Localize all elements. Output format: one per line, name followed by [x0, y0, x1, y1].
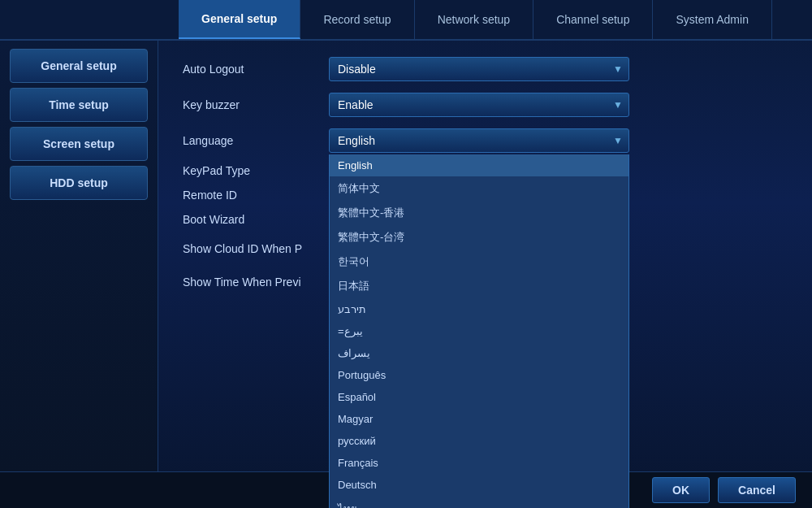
language-option[interactable]: 日本語 — [330, 274, 628, 298]
language-option[interactable]: Français — [330, 452, 628, 474]
key-buzzer-control: Enable ▼ — [329, 93, 629, 117]
auto-logout-row: Auto Logout Disable ▼ — [183, 57, 788, 81]
language-option[interactable]: русский — [330, 430, 628, 452]
language-option[interactable]: 한국어 — [330, 250, 628, 274]
tab-general[interactable]: General setup — [179, 0, 300, 39]
show-cloud-label: Show Cloud ID When P — [183, 242, 345, 255]
language-option[interactable]: תירבע — [330, 298, 628, 320]
boot-wizard-label: Boot Wizard — [183, 213, 329, 226]
language-option[interactable]: 繁體中文-香港 — [330, 201, 628, 225]
language-control: English ▼ English简体中文繁體中文-香港繁體中文-台湾한국어日本… — [329, 128, 629, 153]
language-label: Language — [183, 134, 329, 147]
cancel-button[interactable]: Cancel — [718, 477, 796, 503]
sidebar-item-time[interactable]: Time setup — [10, 88, 148, 122]
language-option[interactable]: Português — [330, 364, 628, 386]
tab-record[interactable]: Record setup — [300, 0, 414, 39]
key-buzzer-select[interactable]: Enable — [329, 93, 629, 117]
top-nav: General setup Record setup Network setup… — [0, 0, 812, 41]
content-area: Auto Logout Disable ▼ Key buzzer Enable … — [158, 41, 812, 471]
language-option[interactable]: 繁體中文-台湾 — [330, 225, 628, 250]
language-option[interactable]: English — [330, 154, 628, 176]
sidebar: General setup Time setup Screen setup HD… — [0, 41, 158, 471]
language-option[interactable]: يسراف — [330, 342, 628, 364]
sidebar-item-general[interactable]: General setup — [10, 49, 148, 83]
auto-logout-control: Disable ▼ — [329, 57, 629, 81]
show-time-label: Show Time When Previ — [183, 276, 345, 289]
key-buzzer-row: Key buzzer Enable ▼ — [183, 93, 788, 117]
language-option[interactable]: Español — [330, 386, 628, 408]
tab-network[interactable]: Network setup — [415, 0, 533, 39]
key-buzzer-label: Key buzzer — [183, 98, 329, 111]
language-option[interactable]: Deutsch — [330, 474, 628, 496]
keypad-type-label: KeyPad Type — [183, 164, 329, 177]
sidebar-item-hdd[interactable]: HDD setup — [10, 166, 148, 200]
tab-admin[interactable]: System Admin — [653, 0, 771, 39]
language-option[interactable]: =يبرع — [330, 320, 628, 342]
language-option[interactable]: 简体中文 — [330, 176, 628, 201]
language-option[interactable]: Magyar — [330, 408, 628, 430]
language-select[interactable]: English — [329, 128, 629, 153]
main-layout: General setup Time setup Screen setup HD… — [0, 41, 812, 471]
tab-channel[interactable]: Channel setup — [533, 0, 653, 39]
auto-logout-select[interactable]: Disable — [329, 57, 629, 81]
sidebar-item-screen[interactable]: Screen setup — [10, 127, 148, 161]
auto-logout-label: Auto Logout — [183, 63, 329, 76]
language-dropdown: English简体中文繁體中文-香港繁體中文-台湾한국어日本語תירבע=يبر… — [329, 154, 629, 508]
remote-id-label: Remote ID — [183, 189, 329, 202]
language-row: Language English ▼ English简体中文繁體中文-香港繁體中… — [183, 128, 788, 153]
language-option[interactable]: ไทย — [330, 496, 628, 508]
ok-button[interactable]: OK — [652, 477, 710, 503]
